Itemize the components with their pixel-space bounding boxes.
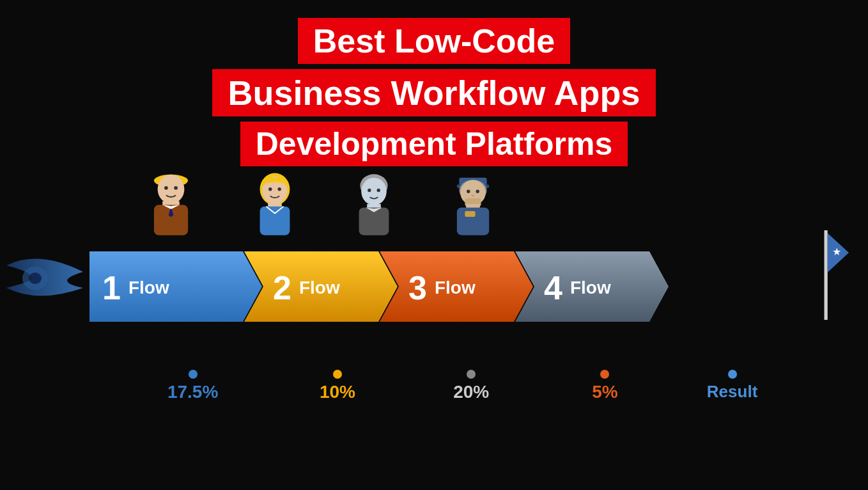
stat-2-dot [333,370,342,379]
character-1 [141,163,201,243]
stat-4: 5% [538,370,672,402]
svg-point-3 [164,186,168,190]
arrow-2-number: 2 [273,269,291,307]
title-line-2: Business Workflow Apps [212,69,655,116]
arrow-1-label: Flow [128,278,169,298]
character-4-icon: ★ [444,166,502,243]
stat-1-dot [189,370,198,379]
arrow-2-label: Flow [299,278,340,298]
stat-1: 17.5% [121,370,264,402]
stat-3: 20% [405,370,538,402]
svg-point-12 [268,187,272,191]
stat-2: 10% [270,370,404,402]
svg-point-2 [158,175,185,204]
arrow-3-number: 3 [408,269,427,307]
svg-point-18 [368,189,371,192]
stats-row: 17.5% 10% 20% 5% Result [89,370,780,402]
title-section: Best Low-Code Business Workflow Apps Dev… [0,0,868,171]
result-label: Result [707,382,757,402]
arrow-4-label: Flow [570,278,611,298]
svg-point-4 [174,186,178,190]
svg-rect-41 [825,230,828,320]
stat-1-value: 17.5% [167,382,218,402]
arrow-2-container: 2 Flow [244,251,398,324]
arrow-1-container: 1 Flow [89,251,262,324]
character-4: ★ [444,166,502,243]
character-2 [246,166,304,243]
svg-point-36 [29,273,42,284]
result-section: Result [685,370,780,402]
arrow-4-container: 4 Flow [515,251,669,324]
svg-rect-34 [465,211,475,217]
stat-3-dot [467,370,476,379]
flag-icon: ★ [804,221,849,329]
arrow-4-number: 4 [544,269,562,307]
title-line-1: Best Low-Code [298,18,570,64]
svg-text:★: ★ [832,246,841,257]
svg-rect-15 [260,207,290,235]
svg-point-13 [278,187,281,191]
character-1-icon [141,163,201,243]
arrow-3-label: Flow [435,278,476,298]
flow-container: 1 Flow 2 Flow [0,237,868,339]
svg-point-30 [476,190,479,193]
svg-point-19 [377,189,380,192]
title-line-3: Development Platforms [240,122,628,166]
character-3-icon [345,166,403,243]
stat-2-value: 10% [320,382,355,402]
result-dot [728,370,737,379]
arrow-1-number: 1 [102,269,121,307]
stat-4-value: 5% [592,382,617,402]
flag-section: ★ [804,221,849,329]
character-3 [345,166,403,243]
svg-point-29 [467,190,470,193]
stat-3-value: 20% [453,382,489,402]
character-2-icon [246,166,304,243]
svg-point-17 [361,178,387,205]
arrow-3-container: 3 Flow [380,251,533,324]
stat-4-dot [600,370,609,379]
